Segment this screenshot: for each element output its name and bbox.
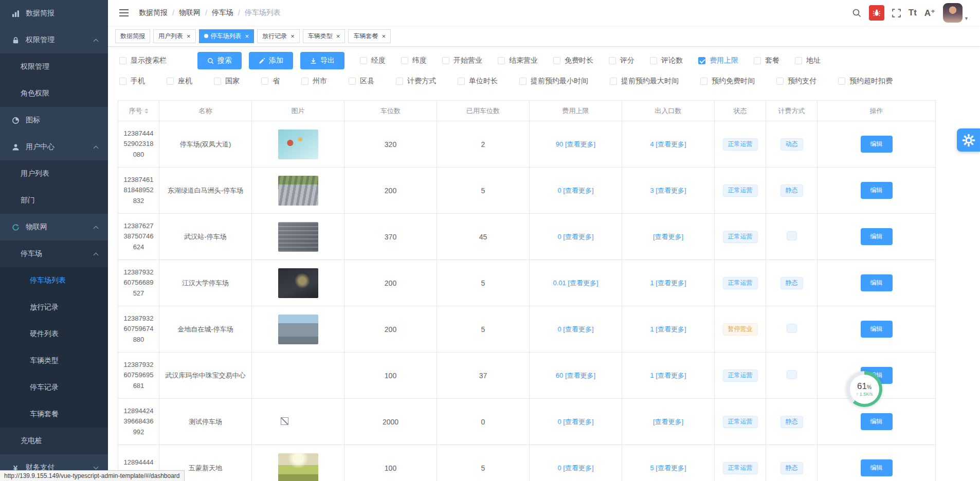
- search-button[interactable]: 搜索: [197, 52, 242, 69]
- tab-dashboard-brief[interactable]: 数据简报: [115, 29, 150, 43]
- sidebar-item-dashboard-brief[interactable]: 数据简报: [0, 0, 108, 27]
- billing-tag: 静态: [781, 184, 803, 197]
- gates-more-link[interactable]: [查看更多]: [622, 399, 715, 445]
- breadcrumb-item[interactable]: 物联网: [179, 8, 201, 17]
- fee-more-link[interactable]: 0 [查看更多]: [530, 214, 622, 260]
- sidebar-item-permission[interactable]: 权限管理: [0, 27, 108, 53]
- fee-more-link[interactable]: 0 [查看更多]: [530, 399, 622, 445]
- row-name: 测试停车场: [159, 399, 252, 445]
- gates-more-link[interactable]: 1 [查看更多]: [622, 353, 715, 399]
- filter-checkbox-reserve-overtime-fee[interactable]: 预约超时扣费: [838, 77, 893, 86]
- sort-carets[interactable]: [144, 108, 149, 114]
- sidebar-item-department[interactable]: 部门: [0, 187, 108, 214]
- settings-panel-button[interactable]: [957, 128, 980, 152]
- filter-checkbox-reserve-pay[interactable]: 预约支付: [776, 77, 816, 86]
- filter-checkbox-reserve-free-time[interactable]: 预约免费时间: [700, 77, 755, 86]
- breadcrumb-item[interactable]: 停车场: [212, 8, 233, 17]
- close-icon[interactable]: ×: [382, 33, 386, 40]
- filter-checkbox-free-duration[interactable]: 免费时长: [553, 56, 593, 65]
- edit-button[interactable]: 编辑: [861, 413, 893, 430]
- navbar-actions: Tt A⁺ ▼: [852, 3, 969, 23]
- gates-more-link[interactable]: 3 [查看更多]: [622, 168, 715, 214]
- sidebar-item-parking[interactable]: 停车场: [0, 240, 108, 267]
- filter-checkbox-min-advance-time[interactable]: 提前预约最小时间: [519, 77, 588, 86]
- close-icon[interactable]: ×: [336, 33, 340, 40]
- iot-refresh-icon: [11, 223, 20, 231]
- filter-checkbox-rating[interactable]: 评分: [609, 56, 634, 65]
- filter-checkbox-country[interactable]: 国家: [214, 77, 240, 86]
- filter-checkbox-max-advance-time[interactable]: 提前预约最大时间: [610, 77, 679, 86]
- language-icon[interactable]: A⁺: [924, 8, 935, 18]
- sidebar-item-pass-records[interactable]: 放行记录: [0, 294, 108, 321]
- avatar[interactable]: [943, 3, 963, 23]
- font-size-icon[interactable]: Tt: [909, 8, 917, 18]
- edit-button[interactable]: 编辑: [861, 228, 893, 245]
- edit-button[interactable]: 编辑: [861, 459, 893, 476]
- edit-button[interactable]: 编辑: [861, 274, 893, 291]
- filter-checkbox-province[interactable]: 省: [261, 77, 280, 86]
- filter-checkbox-landline[interactable]: 座机: [167, 77, 192, 86]
- sidebar-item-vehicle-package[interactable]: 车辆套餐: [0, 401, 108, 428]
- user-menu[interactable]: ▼: [943, 3, 969, 23]
- sidebar-item-user-center[interactable]: 用户中心: [0, 134, 108, 160]
- filter-checkbox-address[interactable]: 地址: [795, 56, 821, 65]
- sidebar-item-user-list[interactable]: 用户列表: [0, 160, 108, 187]
- table-row: 12894444655172 五蒙新天地 100 5 0 [查看更多] 5 [查…: [118, 445, 936, 481]
- search-icon[interactable]: [852, 8, 861, 17]
- billing-tag: 动态: [781, 138, 803, 151]
- gates-more-link[interactable]: 1 [查看更多]: [622, 306, 715, 353]
- fee-more-link[interactable]: 60 [查看更多]: [530, 353, 622, 399]
- close-icon[interactable]: ×: [187, 33, 191, 40]
- fee-more-link[interactable]: 0 [查看更多]: [530, 306, 622, 353]
- fee-more-link[interactable]: 0 [查看更多]: [530, 168, 622, 214]
- fullscreen-icon[interactable]: [892, 9, 901, 17]
- gates-more-link[interactable]: 1 [查看更多]: [622, 260, 715, 306]
- fee-more-link[interactable]: 0.01 [查看更多]: [530, 260, 622, 306]
- filter-checkbox-district[interactable]: 区县: [349, 77, 374, 86]
- sidebar-item-parking-records[interactable]: 停车记录: [0, 374, 108, 401]
- sidebar-item-hardware-list[interactable]: 硬件列表: [0, 321, 108, 347]
- hamburger-icon[interactable]: [119, 9, 129, 17]
- sidebar-item-icons[interactable]: 图标: [0, 107, 108, 134]
- tab-vehicle-package[interactable]: 车辆套餐 ×: [348, 29, 391, 43]
- filter-checkbox-close-time[interactable]: 结束营业: [498, 56, 538, 65]
- gates-more-link[interactable]: 5 [查看更多]: [622, 445, 715, 481]
- close-icon[interactable]: ×: [245, 33, 249, 40]
- tab-parking-list[interactable]: 停车场列表 ×: [199, 29, 255, 43]
- filter-checkbox-fee-cap[interactable]: 费用上限: [698, 56, 738, 65]
- close-icon[interactable]: ×: [291, 33, 295, 40]
- tab-user-list[interactable]: 用户列表 ×: [153, 29, 196, 43]
- sidebar-item-role-permission[interactable]: 角色权限: [0, 80, 108, 107]
- parking-photo: [278, 130, 318, 159]
- gates-more-link[interactable]: 4 [查看更多]: [622, 121, 715, 168]
- fee-more-link[interactable]: 90 [查看更多]: [530, 121, 622, 168]
- filter-checkbox-city[interactable]: 州市: [301, 77, 327, 86]
- row-name: 金地自在城-停车场: [159, 306, 252, 353]
- gates-more-link[interactable]: [查看更多]: [622, 214, 715, 260]
- sidebar-item-vehicle-type[interactable]: 车辆类型: [0, 347, 108, 374]
- filter-checkbox-mobile[interactable]: 手机: [119, 77, 145, 86]
- filter-checkbox-billing-mode[interactable]: 计费方式: [396, 77, 436, 86]
- add-button[interactable]: 添加: [249, 52, 293, 69]
- fee-more-link[interactable]: 0 [查看更多]: [530, 445, 622, 481]
- error-log-icon[interactable]: [869, 5, 884, 21]
- filter-checkbox-latitude[interactable]: 纬度: [401, 56, 427, 65]
- chevron-up-icon: [94, 225, 98, 230]
- edit-button[interactable]: 编辑: [861, 182, 893, 199]
- tab-pass-records[interactable]: 放行记录 ×: [257, 29, 300, 43]
- filter-checkbox-package[interactable]: 套餐: [754, 56, 779, 65]
- sidebar-item-charging-pile[interactable]: 充电桩: [0, 428, 108, 454]
- filter-checkbox-comments[interactable]: 评论数: [650, 56, 683, 65]
- sidebar-item-parking-list[interactable]: 停车场列表: [0, 267, 108, 294]
- export-button[interactable]: 导出: [300, 52, 344, 69]
- filter-checkbox-unit-duration[interactable]: 单位时长: [458, 77, 498, 86]
- show-search-checkbox[interactable]: 显示搜索栏: [119, 56, 167, 65]
- edit-button[interactable]: 编辑: [861, 136, 893, 153]
- filter-checkbox-longitude[interactable]: 经度: [360, 56, 386, 65]
- tab-vehicle-type[interactable]: 车辆类型 ×: [303, 29, 346, 43]
- sidebar-item-iot[interactable]: 物联网: [0, 214, 108, 240]
- sidebar-item-permission-sub[interactable]: 权限管理: [0, 53, 108, 80]
- breadcrumb-item[interactable]: 数据简报: [139, 8, 168, 17]
- filter-checkbox-open-time[interactable]: 开始营业: [442, 56, 482, 65]
- edit-button[interactable]: 编辑: [861, 321, 893, 338]
